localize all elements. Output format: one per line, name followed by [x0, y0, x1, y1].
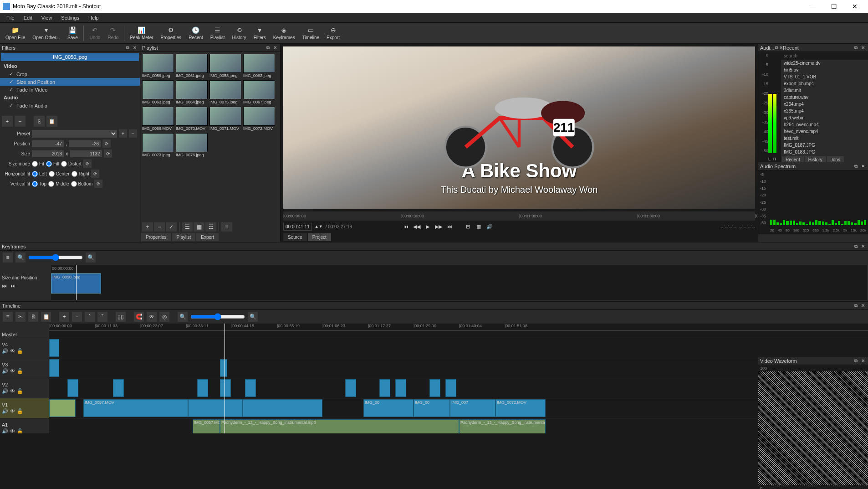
timeline-clip[interactable] [220, 359, 227, 377]
kf-zoom-out-button[interactable]: 🔍 [15, 252, 26, 263]
playlist-check-button[interactable]: ✓ [166, 222, 177, 232]
position-reset-button[interactable]: ⟳ [102, 139, 111, 148]
track-head-v4[interactable]: V4🔊👁🔓 [0, 338, 49, 358]
undo-button[interactable]: ↶Undo [86, 25, 104, 41]
panel-undock-icon[interactable]: ⧉ [124, 45, 131, 51]
mute-icon[interactable]: 🔊 [2, 348, 8, 354]
hfit-right-radio[interactable]: Right [71, 171, 89, 177]
forward-button[interactable]: ▶▶ [434, 222, 443, 231]
playlist-add-button[interactable]: + [142, 222, 153, 232]
timeline-clip[interactable] [429, 379, 440, 397]
track-head-master[interactable]: Master [0, 331, 49, 338]
timeline-clip[interactable]: IMG_0057.MO [193, 419, 220, 433]
timeline-clip[interactable] [49, 399, 76, 417]
timeline-clip[interactable]: IMG_00 [414, 399, 450, 417]
filter-item[interactable]: ✓Crop [0, 70, 140, 78]
filters-button[interactable]: ▼Filters [250, 25, 270, 41]
preview-ruler[interactable]: |00:00:00:00|00:00:30:00|00:01:00:00|00:… [283, 211, 755, 221]
preview-current-time[interactable]: 00:00:41:11 [283, 223, 312, 231]
panel-close-icon[interactable]: ✕ [779, 45, 783, 51]
panel-close-icon[interactable]: ✕ [272, 45, 278, 51]
panel-undock-icon[interactable]: ⧉ [853, 45, 859, 51]
playlist-detail-view-button[interactable]: ☷ [205, 222, 216, 232]
export-button[interactable]: ⊖Export [323, 25, 343, 41]
tl-ripple-button[interactable]: ◎ [159, 312, 169, 322]
timeline-clip[interactable] [67, 379, 78, 397]
timeline-clip[interactable]: IMG_00 [363, 399, 414, 417]
zoom-button[interactable]: ⊞ [464, 222, 472, 231]
playlist-item[interactable]: IMG_0066.MOV [142, 107, 174, 131]
timeline-clip[interactable] [188, 399, 243, 417]
timeline-clip[interactable] [113, 379, 124, 397]
panel-close-icon[interactable]: ✕ [860, 163, 866, 170]
kf-menu-button[interactable]: ≡ [3, 252, 13, 263]
tab-export[interactable]: Export [196, 233, 219, 241]
kf-track[interactable]: 00:00:00:00 IMG_0050.jpeg [51, 265, 867, 300]
tl-zoom-in-button[interactable]: 🔍 [248, 312, 258, 322]
position-x-input[interactable] [32, 140, 64, 147]
timeline-clip[interactable]: IMG_0057.MOV [83, 399, 188, 417]
playlist-item[interactable]: IMG_0073.jpeg [142, 133, 174, 158]
tab-playlist[interactable]: Playlist [172, 233, 196, 241]
kf-playhead[interactable] [76, 265, 77, 300]
track-head-a1[interactable]: A1🔊👁🔓 [0, 418, 49, 433]
keyframes-button[interactable]: ◈Keyframes [270, 25, 299, 41]
hfit-left-radio[interactable]: Left [32, 171, 47, 177]
mute-icon[interactable]: 🔊 [2, 408, 8, 414]
tl-cut-button[interactable]: ✂ [15, 312, 26, 322]
filter-remove-button[interactable]: − [15, 116, 26, 127]
size-w-input[interactable] [32, 150, 64, 157]
timeline-clip[interactable] [220, 379, 231, 397]
timeline-button[interactable]: ▭Timeline [299, 25, 323, 41]
play-button[interactable]: ▶ [424, 222, 432, 231]
tl-split-button[interactable]: ▯▯ [116, 312, 126, 322]
timeline-clip[interactable] [395, 379, 406, 397]
close-button[interactable]: ✕ [844, 0, 865, 13]
kf-prev-button[interactable]: ⏮ [2, 283, 7, 288]
preset-remove-button[interactable]: − [129, 129, 137, 138]
visible-icon[interactable]: 👁 [10, 408, 15, 414]
recent-item[interactable]: export job.mp4 [781, 80, 868, 87]
filter-copy-button[interactable]: ⎘ [34, 116, 45, 127]
recent-item[interactable]: capture.wav [781, 94, 868, 101]
lock-icon[interactable]: 🔓 [17, 428, 23, 433]
playlist-item[interactable]: IMG_0061.jpeg [176, 54, 208, 78]
maximize-button[interactable]: ☐ [823, 0, 844, 13]
menu-settings[interactable]: Settings [56, 14, 84, 21]
skip-end-button[interactable]: ⏭ [445, 222, 454, 231]
recent-item[interactable]: IMG_0183.JPG [781, 149, 868, 155]
playlist-item[interactable]: IMG_0067.jpeg [243, 80, 275, 105]
vfit-reset-button[interactable]: ⟳ [94, 180, 102, 188]
properties-button[interactable]: ⚙Properties [157, 25, 185, 41]
kf-zoom-slider[interactable] [28, 254, 83, 261]
playlist-menu-button[interactable]: ≡ [221, 222, 232, 232]
rewind-button[interactable]: ◀◀ [413, 222, 421, 231]
panel-undock-icon[interactable]: ⧉ [853, 303, 859, 309]
vfit-top-radio[interactable]: Top [32, 181, 46, 187]
menu-edit[interactable]: Edit [19, 14, 37, 21]
minimize-button[interactable]: — [802, 0, 823, 13]
mute-icon[interactable]: 🔊 [2, 428, 8, 433]
open-other-button[interactable]: ▾Open Other... [29, 25, 63, 41]
visible-icon[interactable]: 👁 [10, 388, 15, 394]
recent-item[interactable]: VTS_01_1.VOB [781, 73, 868, 80]
panel-undock-icon[interactable]: ⧉ [853, 243, 859, 250]
position-y-input[interactable] [69, 140, 101, 147]
tab-project[interactable]: Project [308, 233, 331, 241]
peak-meter-button[interactable]: 📊Peak Meter [126, 25, 157, 41]
timeline-ruler[interactable]: |00:00:00:00|00:00:11:03|00:00:22:07|00:… [49, 324, 868, 331]
tl-overwrite-button[interactable]: ˅ [97, 312, 107, 322]
tab-properties[interactable]: Properties [141, 233, 171, 241]
panel-undock-icon[interactable]: ⧉ [853, 163, 859, 170]
recent-item[interactable]: vp9.webm [781, 114, 868, 121]
playlist-item[interactable]: IMG_0072.MOV [243, 107, 275, 131]
redo-button[interactable]: ↷Redo [104, 25, 122, 41]
filter-paste-button[interactable]: 📋 [46, 116, 57, 127]
mode-fill-radio[interactable]: Fill [46, 161, 59, 167]
kf-zoom-in-button[interactable]: 🔍 [86, 252, 96, 263]
menu-view[interactable]: View [37, 14, 57, 21]
visible-icon[interactable]: 👁 [10, 348, 15, 354]
panel-close-icon[interactable]: ✕ [132, 45, 138, 51]
recent-item[interactable]: h264_nvenc.mp4 [781, 121, 868, 128]
kf-next-button[interactable]: ⏭ [10, 283, 15, 288]
